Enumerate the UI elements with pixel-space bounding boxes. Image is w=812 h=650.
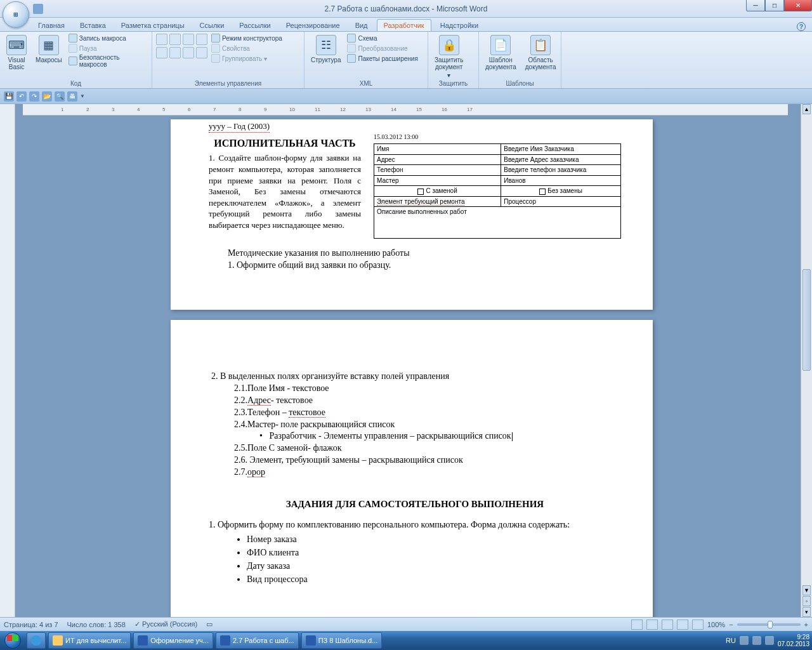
scroll-down-icon[interactable]: ▼ xyxy=(802,585,811,595)
design-mode-button[interactable]: Режим конструктора xyxy=(211,34,282,43)
print-icon[interactable]: 🖶 xyxy=(67,91,77,102)
tab-mailings[interactable]: Рассылки xyxy=(233,20,277,31)
group-xml: ☷Структура Схема Преобразование Пакеты р… xyxy=(304,32,428,88)
record-icon xyxy=(69,34,77,43)
scroll-up-icon[interactable]: ▲ xyxy=(802,104,811,114)
taskbar-item[interactable]: ПЗ 8 Шаблоны.d... xyxy=(301,632,383,649)
visual-basic-button[interactable]: ⌨Visual Basic xyxy=(4,34,29,72)
group-label: Код xyxy=(0,80,152,87)
web-layout-icon[interactable] xyxy=(662,620,673,630)
horizontal-ruler[interactable]: 1234567891011121314151617 xyxy=(23,104,788,116)
text-icon[interactable] xyxy=(169,34,181,45)
document-panel-button[interactable]: 📋Область документа xyxy=(523,34,559,72)
help-icon[interactable]: ? xyxy=(797,22,806,31)
controls-gallery[interactable] xyxy=(156,34,207,58)
print-layout-icon[interactable] xyxy=(631,620,643,630)
tab-insert[interactable]: Вставка xyxy=(74,20,112,31)
protect-document-button[interactable]: 🔒Защитить документ ▾ xyxy=(432,34,466,80)
richtext-icon[interactable] xyxy=(156,34,167,45)
zoom-slider[interactable] xyxy=(737,623,801,626)
cell: Имя xyxy=(374,144,501,155)
cell: Адрес xyxy=(374,154,501,165)
status-words[interactable]: Число слов: 1 358 xyxy=(67,621,126,628)
taskbar-item[interactable]: ИТ для вычислит... xyxy=(48,632,131,649)
tab-pagelayout[interactable]: Разметка страницы xyxy=(115,20,191,31)
open-icon[interactable]: 📂 xyxy=(42,91,52,102)
method-title: Методические указания по выполнению рабо… xyxy=(228,248,621,260)
buildingblock-icon[interactable] xyxy=(183,47,194,58)
undo-icon[interactable]: ↶ xyxy=(16,91,27,102)
save-icon[interactable] xyxy=(33,4,43,14)
volume-icon[interactable] xyxy=(765,636,774,645)
lang-indicator[interactable]: RU xyxy=(726,637,736,644)
picture-icon[interactable] xyxy=(183,34,194,45)
lock-icon: 🔒 xyxy=(439,35,459,55)
clock[interactable]: 9:2807.02.2013 xyxy=(778,633,809,647)
tab-references[interactable]: Ссылки xyxy=(193,20,231,31)
status-lang[interactable]: ✓ Русский (Россия) xyxy=(134,620,197,628)
group-button[interactable]: Группировать ▾ xyxy=(211,54,282,63)
scroll-thumb[interactable] xyxy=(802,269,811,371)
maximize-button[interactable]: □ xyxy=(765,0,784,11)
document-template-button[interactable]: 📄Шаблон документа xyxy=(483,34,519,72)
checkbox-icon xyxy=(417,189,424,195)
zoom-out-button[interactable]: − xyxy=(729,621,733,628)
document-area[interactable]: 1234567891011121314151617 уууу – Год (20… xyxy=(15,104,801,617)
redo-icon[interactable]: ↷ xyxy=(29,91,39,102)
macros-button[interactable]: ▦Макросы xyxy=(33,34,65,65)
taskbar-ie[interactable] xyxy=(27,632,46,649)
tray-icon[interactable] xyxy=(740,636,749,645)
preview-icon[interactable]: 🔍 xyxy=(55,91,65,102)
status-insert-icon[interactable]: ▭ xyxy=(206,620,213,628)
combo-icon[interactable] xyxy=(196,34,207,45)
record-macro-button[interactable]: Запись макроса xyxy=(69,34,148,43)
prev-page-icon[interactable]: ◦ xyxy=(802,596,811,606)
expansion-packs-button[interactable]: Пакеты расширения xyxy=(347,54,417,63)
vertical-scrollbar[interactable]: ▲ ▼ ◦ ▾ xyxy=(801,104,812,617)
schema-button[interactable]: Схема xyxy=(347,34,417,43)
structure-icon: ☷ xyxy=(316,35,336,55)
office-button[interactable]: ⊞ xyxy=(3,1,29,28)
tray-icon[interactable] xyxy=(752,636,761,645)
vertical-ruler[interactable] xyxy=(0,104,15,617)
tab-home[interactable]: Главная xyxy=(32,20,71,31)
ie-icon xyxy=(31,635,41,646)
cell: Введите Адрес заказчика xyxy=(501,154,621,165)
macros-icon: ▦ xyxy=(39,35,59,55)
tab-developer[interactable]: Разработчик xyxy=(377,19,431,31)
date-icon[interactable] xyxy=(169,47,181,58)
properties-button[interactable]: Свойства xyxy=(211,44,282,53)
cell: Элемент требующий ремонта xyxy=(374,196,501,207)
window-title: 2.7 Работа с шаблонами.docx - Microsoft … xyxy=(325,4,488,13)
fullscreen-icon[interactable] xyxy=(646,620,658,630)
schema-icon xyxy=(347,34,356,43)
pause-button[interactable]: Пауза xyxy=(69,44,148,53)
group-icon xyxy=(211,54,220,63)
transform-button[interactable]: Преобразование xyxy=(347,44,417,53)
tab-view[interactable]: Вид xyxy=(349,20,374,31)
cell: Мастер xyxy=(374,175,501,186)
start-button[interactable] xyxy=(0,631,25,650)
tab-addins[interactable]: Надстройки xyxy=(434,20,485,31)
cell: Процессор xyxy=(501,196,621,207)
structure-button[interactable]: ☷Структура xyxy=(308,34,343,65)
macro-security-button[interactable]: Безопасность макросов xyxy=(69,54,148,68)
group-controls: Режим конструктора Свойства Группировать… xyxy=(152,32,304,88)
zoom-in-button[interactable]: + xyxy=(804,621,808,628)
draft-icon[interactable] xyxy=(692,620,704,630)
close-button[interactable]: ✕ xyxy=(784,0,812,11)
tab-review[interactable]: Рецензирование xyxy=(280,20,346,31)
status-page[interactable]: Страница: 4 из 7 xyxy=(4,621,58,628)
zoom-value[interactable]: 100% xyxy=(707,621,725,628)
dropdown-icon[interactable] xyxy=(156,47,167,58)
next-page-icon[interactable]: ▾ xyxy=(802,607,811,617)
taskbar-item[interactable]: 2.7 Работа с шаб... xyxy=(216,632,299,649)
outline-icon[interactable] xyxy=(677,620,688,630)
task-text: 1. Оформить форму по комплектованию перс… xyxy=(209,519,621,531)
taskbar-item[interactable]: Оформление уч... xyxy=(133,632,213,649)
legacy-icon[interactable] xyxy=(196,47,207,58)
save-icon[interactable]: 💾 xyxy=(4,91,14,102)
window-controls: ─ □ ✕ xyxy=(746,0,812,11)
heading-exec: ИСПОЛНИТЕЛЬНАЯ ЧАСТЬ xyxy=(209,136,361,150)
minimize-button[interactable]: ─ xyxy=(746,0,765,11)
